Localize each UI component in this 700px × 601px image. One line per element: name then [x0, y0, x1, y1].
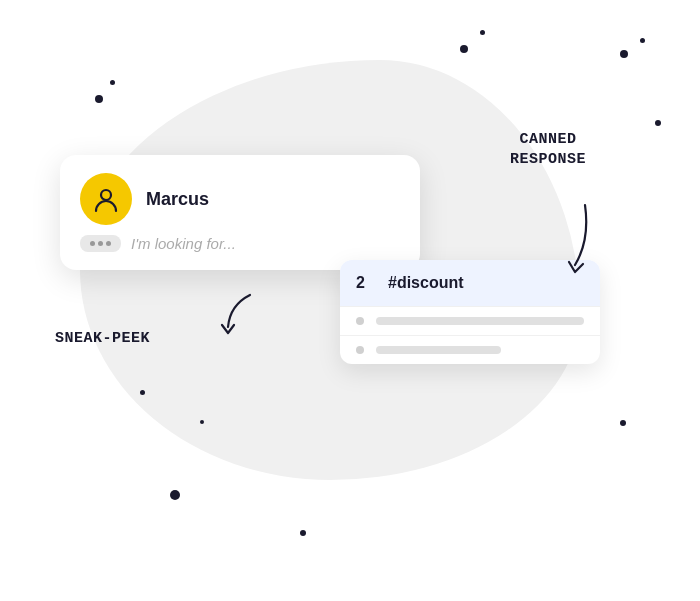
decorative-dot-9: [620, 420, 626, 426]
canned-number: 2: [356, 274, 372, 292]
typing-dot-2: [98, 241, 103, 246]
user-name: Marcus: [146, 189, 209, 210]
typing-indicator: [80, 235, 121, 252]
decorative-dot-10: [140, 390, 145, 395]
decorative-dot-7: [170, 490, 180, 500]
canned-response-arrow: [555, 200, 615, 280]
canned-line-1: [376, 317, 584, 325]
sneak-peek-label: SNEAK-PEEK: [55, 330, 150, 347]
typing-dot-1: [90, 241, 95, 246]
scene: Marcus I'm looking for... 2 #discount SN…: [0, 0, 700, 601]
canned-bullet-1: [356, 317, 364, 325]
sneak-peek-card: Marcus I'm looking for...: [60, 155, 420, 270]
decorative-dot-5: [640, 38, 645, 43]
canned-tag: #discount: [388, 274, 464, 292]
decorative-dot-6: [655, 120, 661, 126]
decorative-dot-8: [300, 530, 306, 536]
typing-dot-3: [106, 241, 111, 246]
avatar: [80, 173, 132, 225]
message-placeholder: I'm looking for...: [131, 235, 236, 252]
canned-bullet-2: [356, 346, 364, 354]
decorative-dot-4: [620, 50, 628, 58]
canned-row-1: [340, 306, 600, 335]
canned-response-label: CANNED RESPONSE: [510, 130, 586, 169]
sneak-peek-arrow: [210, 285, 270, 345]
decorative-dot-1: [110, 80, 115, 85]
user-icon: [92, 185, 120, 213]
canned-line-2: [376, 346, 501, 354]
card-header: Marcus: [80, 173, 400, 225]
decorative-dot-11: [200, 420, 204, 424]
canned-row-2: [340, 335, 600, 364]
message-row: I'm looking for...: [80, 235, 400, 252]
decorative-dot-2: [460, 45, 468, 53]
svg-point-0: [101, 190, 111, 200]
decorative-dot-0: [95, 95, 103, 103]
decorative-dot-3: [480, 30, 485, 35]
